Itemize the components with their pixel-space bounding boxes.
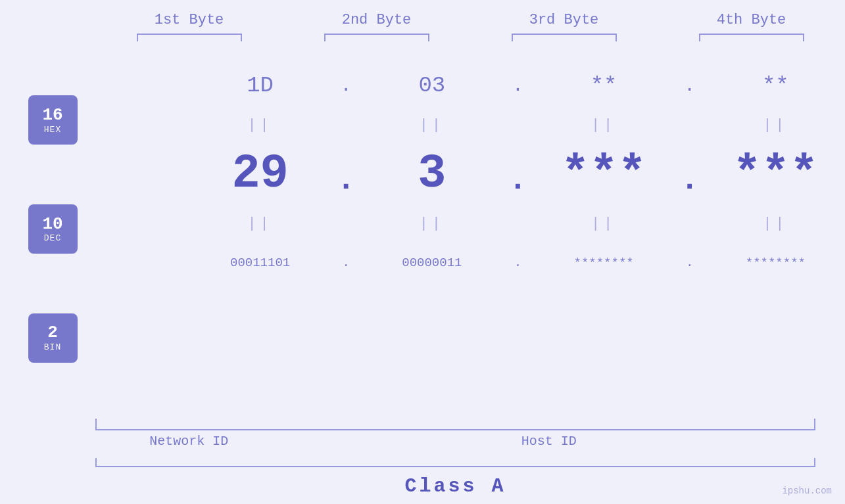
main-area: 16 HEX 10 DEC 2 BIN 1D .: [0, 59, 845, 419]
eq2-b2: ||: [362, 216, 501, 232]
bin-b2-cell: 00000011: [362, 256, 501, 270]
byte3-header: 3rd Byte: [470, 0, 658, 59]
hex-b4-value: **: [762, 73, 789, 98]
eq1-sep4: ||: [763, 117, 788, 133]
network-host-labels: Network ID Host ID: [95, 434, 815, 449]
hex-badge: 16 HEX: [28, 95, 78, 145]
class-label-row: Class A: [95, 475, 815, 504]
byte1-label: 1st Byte: [155, 12, 224, 28]
bin-b4-cell: ********: [706, 256, 845, 270]
data-rows: 1D . 03 . ** . **: [95, 59, 845, 419]
eq1-b2: ||: [362, 117, 501, 133]
eq2-sep4: ||: [763, 216, 788, 232]
hex-b3-cell: **: [535, 73, 673, 98]
bin-badge: 2 BIN: [28, 313, 78, 363]
bin-dot1: .: [329, 256, 362, 270]
bin-b3-value: ********: [574, 256, 634, 270]
bin-b3-cell: ********: [535, 256, 673, 270]
byte3-bracket: [512, 34, 617, 41]
network-host-brackets: [95, 419, 815, 430]
network-bracket: [95, 419, 283, 430]
dec-b4-cell: ***: [706, 147, 845, 201]
badges-column: 16 HEX 10 DEC 2 BIN: [0, 59, 95, 419]
hex-dot1: .: [329, 76, 362, 96]
byte1-bracket: [137, 34, 242, 41]
outer-bracket: [95, 458, 815, 467]
byte-headers-row: 1st Byte 2nd Byte 3rd Byte 4th Byte: [0, 0, 845, 59]
eq1-sep2: ||: [420, 117, 445, 133]
dec-dot2: .: [502, 152, 535, 196]
network-id-label: Network ID: [95, 434, 283, 449]
eq1-b4: ||: [706, 117, 845, 133]
eq1-b3: ||: [535, 117, 673, 133]
hex-b4-cell: **: [706, 73, 845, 98]
eq2-sep2: ||: [420, 216, 445, 232]
dec-b4-value: ***: [733, 147, 819, 201]
byte3-label: 3rd Byte: [529, 12, 599, 28]
dec-dot1: .: [329, 152, 362, 196]
dec-b2-value: 3: [418, 147, 446, 201]
eq-row-2: || || || ||: [191, 210, 845, 237]
dec-dot3: .: [673, 152, 706, 196]
dec-row: 29 . 3 . *** . ***: [191, 138, 845, 210]
hex-badge-number: 16: [42, 106, 62, 125]
bin-row: 00011101 . 00000011 . ******** .: [191, 237, 845, 289]
dec-b1-cell: 29: [191, 147, 329, 201]
byte2-header: 2nd Byte: [283, 0, 470, 59]
dec-badge-number: 10: [42, 215, 62, 234]
hex-b2-value: 03: [418, 73, 445, 98]
eq2-sep1: ||: [247, 216, 272, 232]
dec-badge: 10 DEC: [28, 204, 78, 254]
eq-row-1: || || || ||: [191, 112, 845, 138]
byte4-label: 4th Byte: [717, 12, 786, 28]
eq2-b1: ||: [191, 216, 329, 232]
hex-dot2: .: [502, 76, 535, 96]
byte2-bracket: [324, 34, 429, 41]
bottom-area: Network ID Host ID Class A: [0, 419, 845, 504]
eq1-sep3: ||: [591, 117, 616, 133]
byte4-bracket: [699, 34, 804, 41]
bin-b1-value: 00011101: [230, 256, 290, 270]
bin-badge-label: BIN: [44, 342, 61, 352]
bin-dot2: .: [502, 256, 535, 270]
eq1-b1: ||: [191, 117, 329, 133]
byte2-label: 2nd Byte: [342, 12, 412, 28]
hex-b1-cell: 1D: [191, 73, 329, 98]
dec-badge-label: DEC: [44, 233, 61, 243]
host-id-label: Host ID: [283, 434, 815, 449]
eq1-sep1: ||: [247, 117, 272, 133]
class-label: Class A: [404, 475, 506, 497]
hex-row: 1D . 03 . ** . **: [191, 59, 845, 112]
hex-b1-value: 1D: [247, 73, 274, 98]
host-bracket: [283, 419, 815, 430]
hex-b2-cell: 03: [362, 73, 501, 98]
bin-b4-value: ********: [746, 256, 806, 270]
dec-b3-value: ***: [561, 147, 646, 201]
eq2-b3: ||: [535, 216, 673, 232]
hex-badge-label: HEX: [44, 125, 61, 135]
byte1-header: 1st Byte: [95, 0, 283, 59]
bin-b1-cell: 00011101: [191, 256, 329, 270]
watermark: ipshu.com: [782, 486, 832, 496]
hex-b3-value: **: [591, 73, 617, 98]
byte4-header: 4th Byte: [658, 0, 845, 59]
bin-badge-number: 2: [47, 323, 58, 342]
dec-b2-cell: 3: [362, 147, 501, 201]
eq2-b4: ||: [706, 216, 845, 232]
bin-dot3: .: [673, 256, 706, 270]
bin-b2-value: 00000011: [402, 256, 462, 270]
eq2-sep3: ||: [591, 216, 616, 232]
dec-b1-value: 29: [231, 147, 288, 201]
main-layout: 1st Byte 2nd Byte 3rd Byte 4th Byte 16 H…: [0, 0, 845, 504]
hex-dot3: .: [673, 76, 706, 96]
dec-b3-cell: ***: [535, 147, 673, 201]
